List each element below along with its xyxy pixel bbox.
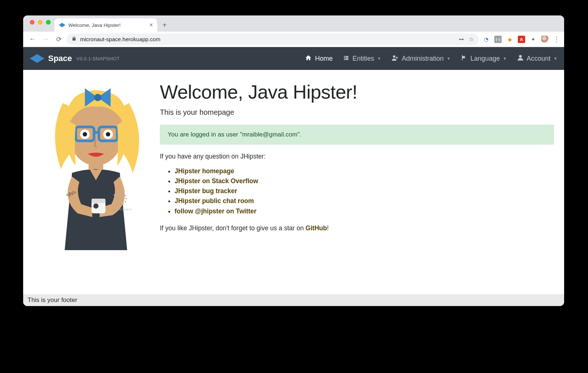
close-window-button[interactable] bbox=[30, 20, 35, 25]
svg-point-4 bbox=[94, 94, 101, 101]
bowtie-icon bbox=[30, 54, 44, 63]
brand-version: v0.0.1-SNAPSHOT bbox=[76, 56, 120, 61]
bowtie-icon bbox=[59, 23, 65, 27]
svg-point-19 bbox=[122, 192, 124, 194]
star-suffix: ! bbox=[327, 224, 329, 232]
browser-tab[interactable]: Welcome, Java Hipster! × bbox=[54, 18, 157, 32]
nav-home-label: Home bbox=[315, 55, 333, 63]
extension-icon[interactable]: ◔ bbox=[483, 36, 490, 43]
extensions-button[interactable]: ✦ bbox=[530, 36, 537, 43]
svg-point-28 bbox=[119, 197, 122, 200]
login-status-alert: You are logged in as user "mraible@gmail… bbox=[160, 125, 554, 145]
svg-point-20 bbox=[125, 195, 126, 196]
svg-point-16 bbox=[114, 194, 115, 196]
user-plus-icon bbox=[391, 55, 399, 63]
bookmark-star-icon[interactable]: ☆ bbox=[469, 36, 474, 43]
list-item: JHipster bug tracker bbox=[175, 186, 554, 196]
list-item: JHipster on Stack Overflow bbox=[175, 176, 554, 186]
svg-text:MICRONAUT: MICRONAUT bbox=[114, 208, 132, 211]
text-column: Welcome, Java Hipster! This is your home… bbox=[158, 81, 554, 232]
question-text: If you have any question on JHipster: bbox=[160, 153, 554, 160]
reload-button[interactable]: ⟳ bbox=[53, 34, 64, 45]
profile-avatar[interactable] bbox=[541, 36, 549, 43]
nav-entities[interactable]: Entities ▼ bbox=[343, 55, 381, 63]
mascot-column: <jh/> MICRONAUT bbox=[33, 81, 158, 250]
help-link[interactable]: JHipster homepage bbox=[175, 167, 234, 175]
help-link[interactable]: follow @jhipster on Twitter bbox=[175, 207, 257, 215]
jhipster-mascot-image: <jh/> MICRONAUT bbox=[41, 81, 151, 250]
url-bar: ← → ⟳ micronaut-space.herokuapp.com ⊶ ☆ … bbox=[23, 32, 564, 47]
user-icon bbox=[517, 54, 524, 63]
main-content: <jh/> MICRONAUT Welcome, Java Hipster! T… bbox=[23, 70, 564, 294]
chevron-down-icon: ▼ bbox=[447, 56, 451, 61]
lock-icon bbox=[72, 36, 76, 42]
nav-home[interactable]: Home bbox=[305, 54, 333, 63]
extension-icon[interactable]: A bbox=[518, 36, 525, 43]
svg-point-25 bbox=[116, 203, 118, 205]
star-line: If you like JHipster, don't forget to gi… bbox=[160, 224, 554, 232]
nav-administration-label: Administration bbox=[402, 55, 444, 63]
close-tab-button[interactable]: × bbox=[150, 22, 153, 28]
extension-icon[interactable]: ◆ bbox=[506, 36, 513, 43]
svg-point-21 bbox=[125, 198, 127, 199]
omnibox[interactable]: micronaut-space.herokuapp.com ⊶ ☆ bbox=[67, 33, 479, 45]
window-controls bbox=[28, 15, 54, 32]
key-icon[interactable]: ⊶ bbox=[459, 36, 464, 42]
forward-button[interactable]: → bbox=[40, 34, 51, 45]
help-link[interactable]: JHipster on Stack Overflow bbox=[175, 177, 258, 185]
url-text: micronaut-space.herokuapp.com bbox=[80, 36, 160, 42]
svg-point-26 bbox=[114, 201, 116, 202]
new-tab-button[interactable]: + bbox=[157, 21, 172, 32]
home-icon bbox=[305, 54, 312, 63]
svg-point-11 bbox=[106, 132, 110, 136]
chevron-down-icon: ▼ bbox=[377, 56, 381, 61]
page-heading: Welcome, Java Hipster! bbox=[160, 81, 554, 103]
footer-text: This is your footer bbox=[28, 296, 77, 303]
tab-bar: Welcome, Java Hipster! × + bbox=[23, 15, 564, 32]
svg-point-0 bbox=[393, 55, 395, 57]
nav-account-label: Account bbox=[527, 55, 551, 63]
svg-point-24 bbox=[119, 204, 121, 205]
extension-icon[interactable]: {··} bbox=[494, 36, 502, 43]
svg-point-23 bbox=[122, 203, 124, 205]
extension-icons: ◔ {··} ◆ A ✦ ⋮ bbox=[481, 36, 560, 43]
chrome-menu-button[interactable]: ⋮ bbox=[553, 36, 560, 43]
list-item: follow @jhipster on Twitter bbox=[175, 206, 554, 216]
tab-title: Welcome, Java Hipster! bbox=[68, 22, 121, 28]
svg-point-22 bbox=[125, 201, 126, 202]
flag-icon bbox=[461, 54, 467, 63]
nav-administration[interactable]: Administration ▼ bbox=[391, 55, 451, 63]
nav-language-label: Language bbox=[470, 55, 500, 63]
nav-entities-label: Entities bbox=[352, 55, 374, 63]
svg-point-1 bbox=[519, 55, 522, 58]
chevron-down-icon: ▼ bbox=[553, 56, 557, 61]
svg-point-17 bbox=[116, 192, 118, 194]
github-link[interactable]: GitHub bbox=[305, 224, 327, 232]
svg-point-18 bbox=[119, 191, 121, 193]
login-status-text: You are logged in as user "mraible@gmail… bbox=[168, 131, 301, 138]
svg-point-10 bbox=[83, 132, 87, 136]
maximize-window-button[interactable] bbox=[46, 20, 51, 25]
help-link[interactable]: JHipster bug tracker bbox=[175, 187, 237, 195]
star-prefix: If you like JHipster, don't forget to gi… bbox=[160, 224, 305, 232]
help-links-list: JHipster homepage JHipster on Stack Over… bbox=[160, 166, 554, 216]
chevron-down-icon: ▼ bbox=[503, 56, 507, 61]
page-subtitle: This is your homepage bbox=[160, 108, 554, 117]
svg-point-15 bbox=[93, 203, 98, 209]
browser-window: Welcome, Java Hipster! × + ← → ⟳ microna… bbox=[23, 15, 564, 306]
back-button[interactable]: ← bbox=[27, 34, 38, 45]
brand[interactable]: Space v0.0.1-SNAPSHOT bbox=[30, 54, 120, 63]
nav-language[interactable]: Language ▼ bbox=[461, 54, 507, 63]
svg-point-27 bbox=[114, 198, 115, 199]
help-link[interactable]: JHipster public chat room bbox=[175, 197, 254, 205]
nav-account[interactable]: Account ▼ bbox=[517, 54, 557, 63]
brand-name: Space bbox=[48, 54, 72, 63]
svg-rect-14 bbox=[92, 199, 105, 203]
list-icon bbox=[343, 55, 349, 63]
minimize-window-button[interactable] bbox=[38, 20, 43, 25]
footer: This is your footer bbox=[23, 294, 564, 306]
app-navbar: Space v0.0.1-SNAPSHOT Home Entities ▼ bbox=[23, 47, 564, 70]
list-item: JHipster public chat room bbox=[175, 196, 554, 206]
list-item: JHipster homepage bbox=[175, 166, 554, 176]
